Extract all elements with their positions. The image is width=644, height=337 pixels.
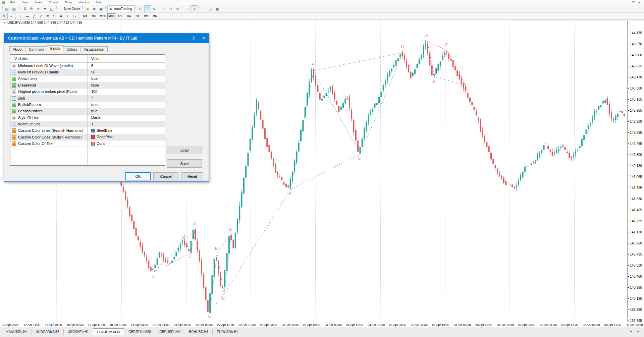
input-row[interactable]: 123Style Of LineDash (10, 115, 165, 121)
input-row[interactable]: ∿BullishPatterntrue (10, 102, 165, 108)
input-row[interactable]: Custom Color Lines (Bearish Harmonic)Ste… (10, 127, 165, 134)
candlestick-chart-icon[interactable]: ⌶ (144, 5, 151, 12)
dialog-tab-common[interactable]: Common (25, 46, 47, 52)
crosshair-tool-icon[interactable]: ＋ (8, 13, 14, 19)
input-value-cell[interactable]: true (91, 108, 98, 114)
timeframe-h4-button[interactable]: H4 (125, 13, 133, 19)
load-button[interactable]: Load (167, 146, 202, 154)
line-chart-icon[interactable]: ∿ (151, 5, 158, 12)
chart-tab-usdchfbh1[interactable]: USDCHFb,H1 (63, 329, 93, 335)
new-chart-dropdown-icon[interactable]: ▾ (9, 8, 10, 10)
periods-icon[interactable]: ◷▾ (208, 5, 215, 12)
new-chart-icon[interactable]: ▤▾ (4, 5, 11, 12)
dialog-tab-visualization[interactable]: Visualization (80, 46, 108, 52)
chart-area[interactable]: ABCDABCDABCDABCD ▼USDJPYb,M30 144.556 14… (0, 20, 644, 322)
save-button[interactable]: Save (167, 159, 202, 168)
timeframe-m15-button[interactable]: M15 (99, 13, 107, 19)
dialog-tab-colors[interactable]: Colors (63, 46, 80, 52)
cycle-lines-tool-icon[interactable]: ∷ (51, 13, 58, 19)
timeframe-d1-button[interactable]: D1 (133, 13, 142, 19)
price-axis[interactable]: 144.135143.970143.800143.635143.470143.3… (628, 20, 644, 323)
equidistant-channel-tool-icon[interactable]: ⫽ (38, 13, 44, 19)
chart-profiles-dropdown-icon[interactable]: ▾ (16, 8, 17, 10)
terminal-icon[interactable]: ≣ (42, 5, 48, 12)
menu-window[interactable]: Window (75, 0, 93, 5)
menu-tools[interactable]: Tools (61, 0, 75, 5)
chart-tab-xauusdbh4[interactable]: XAUUSDb,H4 (2, 329, 32, 335)
templates-icon[interactable]: ▣▾ (214, 5, 221, 12)
input-row[interactable]: ∿Show Linestrue (10, 76, 165, 82)
strategy-tester-icon[interactable]: ◫ (48, 5, 55, 12)
dialog-title-bar[interactable]: Custom Indicator - Alternate AB = CD Har… (4, 34, 209, 43)
menu-file[interactable]: File (7, 0, 19, 5)
chart-tab-gbpjpybm30[interactable]: GBPJPYb,M30 (124, 329, 155, 335)
chart-tab-bchusdh1[interactable]: BCHUSD,H1 (185, 329, 213, 335)
timeframe-h1-button[interactable]: H1 (116, 13, 124, 19)
zoom-out-icon[interactable]: ⊖ (167, 5, 174, 12)
input-row[interactable]: 123Num Of Previous Candle50 (10, 69, 165, 75)
input-row[interactable]: 123Original pivot to broken pivot (Pipet… (10, 89, 165, 95)
fibonacci-retracement-tool-icon[interactable]: ≋ (44, 13, 51, 19)
chart-tab-usdjpybm30[interactable]: USDJPYb,M30 (93, 328, 124, 335)
periods-dropdown-icon[interactable]: ▾ (212, 8, 213, 10)
input-row[interactable]: Custom Color Of TextCoral (10, 141, 165, 147)
symbol-collapse-icon[interactable]: ▼ (4, 22, 6, 24)
time-axis[interactable]: 17 Apr 202517 Apr 11:3017 Apr 19:3018 Ap… (0, 322, 644, 328)
input-row[interactable]: ∿BreakPivotfalse (10, 82, 165, 89)
market-watch-icon[interactable]: ⇅ (21, 5, 28, 12)
zoom-in-icon[interactable]: ⊕ (161, 5, 167, 12)
timeframe-m30-button[interactable]: M30 (107, 13, 115, 19)
input-value-cell[interactable]: 50 (91, 69, 95, 75)
input-value-cell[interactable]: Dash (91, 115, 100, 121)
dialog-tab-inputs[interactable]: Inputs (47, 45, 63, 52)
input-row[interactable]: Custom Color Lines (Bullish Harmonic)Dee… (10, 134, 165, 141)
new-order-button[interactable]: ＋New Order (58, 5, 81, 12)
menu-insert[interactable]: Insert (32, 0, 46, 5)
auto-scroll-icon[interactable]: ↦ (184, 5, 191, 12)
cursor-tool-icon[interactable]: ↖ (1, 13, 8, 19)
dialog-resize-grip[interactable]: ⋰ (205, 178, 208, 181)
signals-icon[interactable]: ◉ (98, 5, 104, 12)
indicators-list-dropdown-icon[interactable]: ▾ (206, 8, 207, 10)
vertical-line-tool-icon[interactable]: ❘ (17, 13, 24, 19)
chart-tab-eurusdbh1[interactable]: EURUSDb,H1 (212, 329, 242, 335)
input-row[interactable]: 123Width Of Line1 (10, 121, 165, 127)
timeframe-w1-button[interactable]: W1 (142, 13, 150, 19)
chart-profiles-icon[interactable]: ▥▾ (11, 5, 18, 12)
dialog-close-icon[interactable]: ✕ (199, 36, 209, 41)
tab-scroll-arrows[interactable]: ◄ ► (630, 330, 642, 333)
text-tool-icon[interactable]: A (58, 13, 64, 19)
input-value-cell[interactable]: false (91, 82, 99, 88)
reset-button[interactable]: Reset (181, 172, 203, 180)
timeframe-mn-button[interactable]: MN (151, 13, 159, 19)
dialog-tab-about[interactable]: About (9, 46, 26, 52)
input-row[interactable]: 123Minimum Lenth Of Wave (candle)5 (10, 63, 165, 69)
chart-shift-icon[interactable]: ⇥ (191, 5, 197, 12)
input-value-cell[interactable]: 5 (91, 63, 93, 69)
bar-chart-icon[interactable]: ☰ (138, 5, 144, 12)
favorites-icon[interactable]: ★ (35, 5, 42, 12)
text-label-tool-icon[interactable]: T (64, 13, 71, 19)
input-row[interactable]: ∿BearishPatterntrue (10, 108, 165, 114)
input-value-cell[interactable]: true (91, 102, 98, 108)
metaeditor-icon[interactable]: ◆ (84, 5, 91, 12)
horizontal-line-tool-icon[interactable]: ― (24, 13, 31, 19)
expert-advisors-icon[interactable]: ☻ (91, 5, 98, 12)
arrows-dropdown-icon[interactable]: ▾ (75, 15, 76, 17)
dialog-help-button[interactable]: ? (189, 36, 199, 41)
ok-button[interactable]: OK (125, 172, 151, 180)
close-window-icon[interactable]: ✕ (636, 0, 642, 5)
input-value-cell[interactable]: Coral (91, 141, 105, 147)
minimize-window-icon[interactable]: – (624, 0, 630, 5)
input-value-cell[interactable]: 100 (91, 89, 97, 95)
input-value-cell[interactable]: SteelBlue (91, 127, 112, 133)
menu-help[interactable]: Help (93, 0, 106, 5)
navigator-icon[interactable]: ✛ (28, 5, 35, 12)
tile-windows-icon[interactable]: ⊞ (174, 5, 181, 12)
indicators-list-icon[interactable]: ＋▾ (200, 5, 208, 12)
restore-window-icon[interactable]: ❐ (630, 0, 636, 5)
menu-charts[interactable]: Charts (46, 0, 62, 5)
chart-tab-gbpusdbh4[interactable]: GBPUSDb,H4 (155, 329, 184, 335)
timeframe-m5-button[interactable]: M5 (90, 13, 98, 19)
input-row[interactable]: 123shift2 (10, 95, 165, 102)
